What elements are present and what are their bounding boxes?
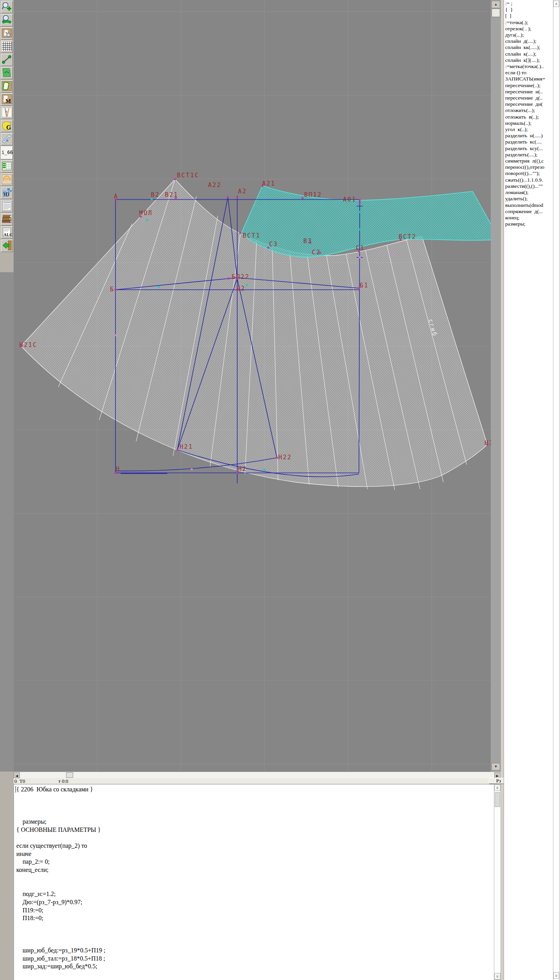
pattern-point-marker[interactable] — [246, 284, 248, 286]
pattern-point-marker[interactable] — [359, 257, 361, 259]
pattern-point-marker[interactable] — [158, 286, 160, 288]
pattern-point-marker[interactable] — [115, 289, 117, 291]
command-item[interactable]: пересечение дн( — [505, 101, 553, 107]
scroll-down-icon[interactable]: ∨ — [494, 973, 500, 980]
command-item[interactable]: ЗАПИСАТЬ(имя= — [505, 76, 553, 82]
command-item[interactable]: сжать(()...1.1.0.9. — [505, 177, 553, 183]
command-item[interactable]: перенос((),отрезо — [505, 164, 553, 170]
command-item[interactable]: нормаль(..); — [505, 120, 553, 126]
exit-button[interactable] — [1, 240, 13, 252]
pattern-point-marker[interactable] — [174, 178, 176, 180]
point-label: А — [114, 193, 119, 200]
canvas-vertical-scrollbar[interactable]: ▲ ▼ — [491, 0, 501, 772]
zoom-out-button[interactable] — [1, 14, 13, 26]
scroll-up-icon[interactable]: ∧ — [553, 0, 559, 7]
command-item[interactable]: сопряжение д(... — [505, 208, 553, 215]
horizontal-scroll-thumb[interactable] — [66, 772, 73, 778]
reference-books-button[interactable] — [1, 213, 13, 226]
command-item[interactable]: пересечение(..); — [505, 82, 553, 89]
command-item[interactable]: угол к(..); — [505, 126, 553, 133]
command-item[interactable]: разделить н(.....) — [505, 133, 553, 139]
command-item[interactable]: развести((),()..."" — [505, 183, 553, 189]
pattern-point-marker[interactable] — [359, 211, 361, 213]
command-item[interactable]: дуга(...); — [505, 32, 553, 38]
file-label[interactable]: i_66. — [1, 146, 13, 159]
pattern-point-marker[interactable] — [359, 229, 361, 231]
command-item[interactable]: отложить(...); — [505, 107, 553, 114]
print-preview-icon — [1, 68, 12, 78]
command-item[interactable]: разделить ксу(... — [505, 145, 553, 152]
print-preview-button[interactable] — [1, 67, 13, 79]
command-item[interactable]: разделить кс(.... — [505, 139, 553, 145]
pattern-point-marker[interactable] — [227, 196, 229, 198]
command-item[interactable]: ломаная(); — [505, 189, 553, 196]
pattern-point-marker[interactable] — [276, 457, 278, 459]
pattern-point-marker[interactable] — [151, 198, 153, 200]
command-item[interactable]: [ ] — [505, 13, 553, 19]
piece-contour-button[interactable] — [1, 80, 13, 93]
editor-scroll-thumb[interactable] — [495, 792, 500, 807]
text-document-button[interactable] — [1, 200, 13, 212]
command-item[interactable]: пересечение д(.. — [505, 95, 553, 101]
piece-marking-button[interactable]: M — [1, 93, 13, 106]
size-table-button[interactable] — [1, 160, 13, 173]
command-item[interactable]: сплайн д(....); — [505, 38, 553, 44]
drafting-tools-button[interactable]: A — [1, 107, 13, 119]
command-item[interactable]: отложить в(..); — [505, 114, 553, 120]
command-item[interactable]: сплайн к(....); — [505, 51, 553, 57]
pattern-point-marker[interactable] — [146, 219, 148, 221]
command-item[interactable]: симметрия л((),с — [505, 158, 553, 164]
command-item[interactable]: выполнить(dmod — [505, 202, 553, 208]
scroll-left-icon[interactable]: ◀ — [14, 772, 20, 778]
view-piece-button[interactable] — [1, 27, 13, 40]
pattern-point-marker[interactable] — [359, 199, 361, 201]
command-item[interactable]: сплайн к[](....); — [505, 57, 553, 63]
command-item[interactable]: сплайн кк(.....); — [505, 44, 553, 51]
pattern-point-marker[interactable] — [264, 469, 266, 471]
command-item[interactable]: поворот(()...""); — [505, 170, 553, 177]
pattern-point-marker[interactable] — [392, 254, 394, 256]
code-editor[interactable]: { 2206 Юбка со складками } размеры;{ ОСН… — [14, 784, 494, 980]
scroll-up-icon[interactable]: ∧ — [494, 784, 500, 791]
algorithm-doc-button[interactable]: ALG — [1, 226, 13, 239]
command-item[interactable]: размеры; — [505, 221, 553, 227]
ruler-button[interactable]: 8 — [1, 133, 13, 145]
pattern-point-marker[interactable] — [236, 197, 238, 199]
zoom-in-button[interactable] — [1, 1, 13, 13]
command-item[interactable]: если () то — [505, 70, 553, 76]
command-item[interactable]: :=точка(.); — [505, 19, 553, 26]
command-item[interactable]: := ; — [505, 0, 553, 7]
command-item[interactable]: пересечение н(.. — [505, 89, 553, 95]
pattern-point-marker[interactable] — [191, 469, 193, 471]
piece-grading-button[interactable]: G — [1, 120, 13, 132]
pattern-point-marker[interactable] — [359, 202, 361, 204]
waistband-piece[interactable] — [241, 186, 491, 257]
vertical-scroll-thumb[interactable] — [492, 9, 500, 17]
canvas-horizontal-scrollbar[interactable]: ◀ ▶ — [14, 772, 501, 778]
pattern-point-marker[interactable] — [240, 232, 242, 234]
model-photo-button[interactable] — [1, 173, 13, 186]
pattern-point-marker[interactable] — [302, 197, 304, 199]
drawing-canvas[interactable]: ВСТ1СА22А2АВ2В21МОЛА21ВП12А01ВСТ1С3В3С2С… — [14, 0, 491, 772]
view-3d-button[interactable]: 3D — [1, 187, 13, 199]
command-item[interactable]: :=метка(точка(.).. — [505, 63, 553, 70]
pattern-point-marker[interactable] — [115, 334, 117, 336]
scroll-down-icon[interactable]: ▼ — [492, 763, 500, 770]
command-item[interactable]: отрезок( . ); — [505, 26, 553, 32]
panel-vertical-scrollbar[interactable]: ∧ ∨ — [553, 0, 560, 980]
point-label: ВСТ1С — [177, 172, 200, 179]
command-item[interactable]: удалить(); — [505, 196, 553, 202]
pattern-point-marker[interactable] — [228, 278, 230, 280]
point-label: В2 — [151, 191, 160, 198]
editor-vertical-scrollbar[interactable]: ∧ ∨ — [494, 784, 501, 980]
measure-button[interactable] — [1, 54, 13, 66]
code-line — [16, 931, 494, 939]
grid-button[interactable] — [1, 40, 13, 53]
scroll-right-icon[interactable]: ▶ — [494, 772, 500, 778]
command-item[interactable]: разделить(....); — [505, 152, 553, 158]
scroll-up-icon[interactable]: ▲ — [492, 1, 500, 8]
pattern-point-marker[interactable] — [177, 449, 178, 451]
scroll-down-icon[interactable]: ∨ — [553, 972, 559, 979]
command-item[interactable]: конец; — [505, 215, 553, 221]
command-item[interactable]: { } — [505, 7, 553, 13]
